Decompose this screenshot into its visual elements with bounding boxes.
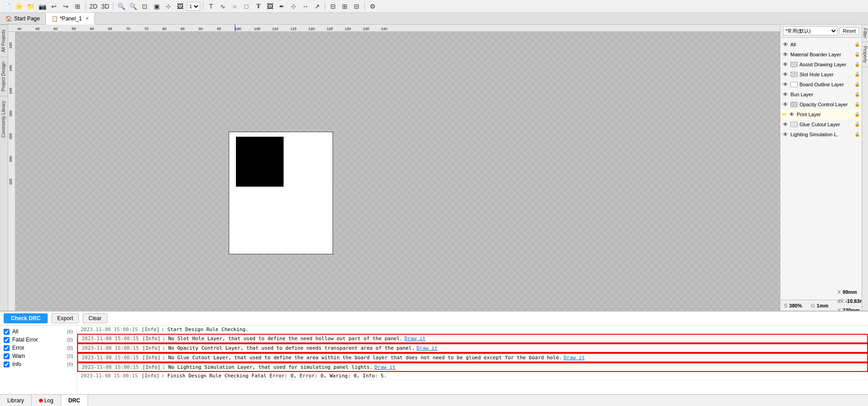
snap-icon[interactable]: ⊹: [163, 1, 173, 11]
log-link-4[interactable]: Draw it: [374, 364, 395, 370]
check-drc-button[interactable]: Check DRC: [4, 313, 48, 323]
image2-icon[interactable]: 🖼: [265, 1, 275, 11]
filter-checkbox-warn[interactable]: [4, 353, 10, 359]
tab-start-page[interactable]: 🏠 Start Page: [0, 13, 46, 25]
eye-icon-bun-layer[interactable]: 👁: [782, 91, 789, 98]
layer-item-material-boarder[interactable]: 👁 Material Boarder Layer 🔒: [780, 50, 862, 59]
redo-icon[interactable]: ↪: [61, 1, 71, 11]
measure-icon[interactable]: ⊹: [289, 1, 299, 11]
right-tab-property[interactable]: Property: [862, 42, 868, 67]
log-link-2[interactable]: Draw it: [417, 345, 437, 351]
log-link-3[interactable]: Draw it: [564, 355, 584, 361]
layer-preset-select[interactable]: *常用(默认): [783, 26, 838, 35]
filter-checkbox-error[interactable]: [4, 345, 10, 351]
eye-icon-glue-cutout[interactable]: 👁: [782, 121, 789, 128]
circle-icon[interactable]: ○: [230, 1, 240, 11]
sidebar-item-project-design[interactable]: Project Design: [0, 57, 8, 96]
connect-icon[interactable]: ∿: [218, 1, 228, 11]
grid-icon[interactable]: ⊞: [73, 1, 83, 11]
layer-item-opacity-control[interactable]: 👁 Opacity Control Layer 🔒: [780, 99, 862, 109]
status-s: S 380%: [784, 303, 802, 308]
undo-icon[interactable]: ↩: [49, 1, 59, 11]
bottom-tab-log[interactable]: Log: [32, 395, 61, 406]
pen-icon[interactable]: ✒: [277, 1, 287, 11]
distribute-icon[interactable]: ⊞: [340, 1, 350, 11]
layer-item-print-layer[interactable]: ✏ 👁 Print Layer 🔒: [780, 109, 862, 119]
star-icon[interactable]: ⭐: [14, 1, 24, 11]
mode-3d-btn[interactable]: 3D: [100, 1, 110, 11]
filter-count-error: (0): [67, 345, 73, 351]
layer-item-glue-cutout[interactable]: 👁 Glue Cutout Layer 🔒: [780, 119, 862, 129]
svg-text:125: 125: [327, 27, 333, 31]
layer-item-all[interactable]: 👁 All 🔒: [780, 40, 862, 50]
log-timestamp-5: 2023-11-08 15:00:15: [81, 373, 138, 379]
lock-icon-board-outline[interactable]: 🔒: [854, 82, 860, 87]
svg-text:65: 65: [108, 27, 112, 31]
eye-icon-lighting-sim[interactable]: 👁: [782, 131, 789, 138]
text2-icon[interactable]: 𝐓: [253, 1, 263, 11]
eye-icon-material-boarder[interactable]: 👁: [782, 51, 789, 58]
eye-icon-board-outline[interactable]: 👁: [782, 81, 789, 88]
tab-close-icon[interactable]: ✕: [85, 16, 89, 21]
lock-icon-all[interactable]: 🔒: [854, 42, 860, 47]
svg-text:50: 50: [54, 27, 58, 31]
log-dot: [39, 399, 43, 402]
layer-item-lighting-sim[interactable]: 👁 Lighting Simulation L. 🔒: [780, 129, 862, 139]
log-link-1[interactable]: Draw it: [404, 336, 425, 342]
eye-icon-opacity-control[interactable]: 👁: [782, 101, 789, 108]
layer-item-board-outline[interactable]: 👁 Board Outline Layer 🔒: [780, 79, 862, 89]
rect-icon[interactable]: □: [241, 1, 251, 11]
layer-name-bun-layer: Bun Layer: [790, 92, 853, 97]
bottom-tab-drc[interactable]: DRC: [61, 395, 88, 406]
filter-name-fatal-error: Fatal Error: [12, 337, 64, 343]
eye-icon-slot-hole[interactable]: 👁: [782, 71, 789, 78]
clear-button[interactable]: Clear: [83, 313, 108, 323]
log-row-5: 2023-11-08 15:00:15 [Info] : Finish Desi…: [77, 372, 868, 380]
fit-icon[interactable]: ⊡: [140, 1, 150, 11]
zoom-out-icon[interactable]: 🔍: [128, 1, 138, 11]
layer-item-slot-hole[interactable]: 👁 Slot Hole Layer 🔒: [780, 69, 862, 79]
file-icon[interactable]: 📄: [2, 1, 12, 11]
filter-count-all: (6): [67, 329, 73, 334]
settings-icon[interactable]: ⚙: [368, 1, 378, 11]
eye-icon-assist-drawing[interactable]: 👁: [782, 61, 789, 68]
lock-icon-glue-cutout[interactable]: 🔒: [854, 122, 860, 127]
layer-color-opacity-control: [790, 102, 798, 107]
arrow-icon[interactable]: ↗: [312, 1, 322, 11]
sidebar-item-all-projects[interactable]: All Projects: [0, 25, 8, 57]
lock-icon-material-boarder[interactable]: 🔒: [854, 52, 860, 57]
frame-icon[interactable]: ▣: [152, 1, 162, 11]
sidebar-item-commonly-library[interactable]: Commonly Library: [0, 96, 8, 142]
right-tab-filter[interactable]: Filter: [862, 25, 868, 42]
lock-icon-lighting-sim[interactable]: 🔒: [854, 132, 860, 137]
export-button[interactable]: Export: [51, 313, 79, 323]
image-icon[interactable]: 🖼: [175, 1, 185, 11]
canvas[interactable]: [15, 32, 780, 311]
zoom-in-icon[interactable]: 🔍: [116, 1, 126, 11]
align-icon[interactable]: ⊟: [328, 1, 338, 11]
mode-2d-btn[interactable]: 2D: [88, 1, 98, 11]
reset-button[interactable]: Reset: [839, 27, 859, 35]
filter-checkbox-all[interactable]: [4, 329, 10, 335]
lock-icon-opacity-control[interactable]: 🔒: [854, 102, 860, 107]
array-icon[interactable]: ⊟: [352, 1, 362, 11]
text-icon[interactable]: T: [206, 1, 216, 11]
lock-icon-print-layer[interactable]: 🔒: [854, 112, 860, 117]
lock-icon-slot-hole[interactable]: 🔒: [854, 72, 860, 77]
lock-icon-assist-drawing[interactable]: 🔒: [854, 62, 860, 67]
tab-bar: 🏠 Start Page 📋 *Panel_1 ✕: [0, 13, 868, 25]
zoom-select[interactable]: 124: [187, 2, 200, 11]
eye-icon-print-layer[interactable]: 👁: [789, 111, 795, 118]
filter-checkbox-info[interactable]: [4, 361, 10, 367]
dimension-icon[interactable]: ↔: [300, 1, 310, 11]
tab-panel-1[interactable]: 📋 *Panel_1 ✕: [46, 13, 95, 25]
eye-icon-all[interactable]: 👁: [782, 41, 789, 48]
bottom-tab-library[interactable]: Library: [0, 395, 32, 406]
log-timestamp-4: 2023-11-08 15:00:15: [82, 364, 139, 370]
layer-item-assist-drawing[interactable]: 👁 Assist Drawing Layer 🔒: [780, 59, 862, 69]
folder-icon[interactable]: 📁: [25, 1, 35, 11]
capture-icon[interactable]: 📷: [37, 1, 47, 11]
lock-icon-bun-layer[interactable]: 🔒: [854, 92, 860, 97]
layer-item-bun-layer[interactable]: 👁 Bun Layer 🔒: [780, 89, 862, 99]
filter-checkbox-fatal-error[interactable]: [4, 337, 10, 343]
